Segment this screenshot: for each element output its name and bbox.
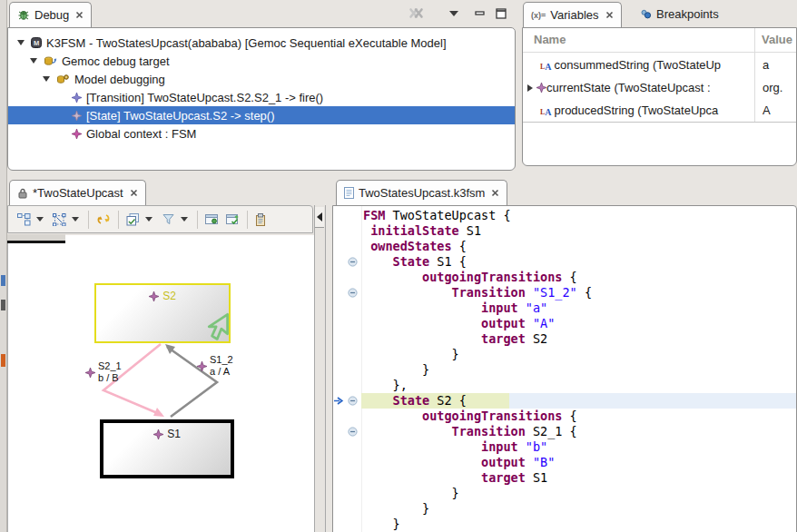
tree-row[interactable]: Model debugging [8,70,515,88]
tree-row[interactable]: Gemoc debug target [8,52,515,70]
code-line[interactable]: outgoingTransitions { [333,409,796,424]
variable-row[interactable]: LAproducedString (TwoStateUpcaA [524,99,795,122]
code-line[interactable]: } [333,486,796,501]
code-line[interactable]: ownedStates { [333,239,796,254]
transition-label-s2-1[interactable]: S2_1 b / B [85,360,122,384]
arrange-icon[interactable] [17,213,31,226]
code-line-text[interactable]: target S2 [361,331,796,347]
dropdown-arrow-icon[interactable] [72,217,79,222]
code-line[interactable]: input "b" [333,439,796,455]
align-icon[interactable] [53,213,66,226]
eclipse-window: Debug MK3FSM - TwoStatesUpcast(abababa) … [0,0,797,532]
dropdown-arrow-icon[interactable] [181,217,188,222]
maximize-icon[interactable] [496,8,507,19]
code-line-text[interactable]: } [361,486,796,501]
code-line[interactable]: State S2 { [333,393,796,409]
code-line[interactable]: Transition "S1_2" { [333,285,796,300]
code-line[interactable]: output "B" [333,455,796,470]
code-line-text[interactable]: output "B" [361,455,796,470]
tab-variables[interactable]: (x)= Variables [523,2,622,27]
expander-down-icon[interactable] [17,40,25,45]
code-line[interactable]: target S2 [333,331,796,347]
code-area[interactable]: FSM TwoStateUpcast { initialState S1 own… [332,205,797,532]
code-line[interactable]: } [333,347,796,362]
tab-k3fsm-file[interactable]: TwoStatesUpcast.k3fsm [336,180,507,205]
code-line-text[interactable]: State S2 { [361,393,796,409]
tree-row[interactable]: MK3FSM - TwoStatesUpcast(abababa) [Gemoc… [8,34,515,52]
filter-icon[interactable] [162,213,175,225]
code-line[interactable]: initialState S1 [333,223,796,239]
code-line-text[interactable]: State S1 { [361,254,796,270]
minimize-icon[interactable] [475,8,485,18]
refresh-icon[interactable] [96,213,111,225]
variable-row[interactable]: currentState (TwoStateUpcast :org. [524,76,795,99]
fold-collapse-icon[interactable] [348,254,361,270]
code-line[interactable]: outgoingTransitions { [333,270,796,285]
code-line-text[interactable]: input "b" [361,439,796,455]
close-icon[interactable] [75,11,84,19]
tab-diagram[interactable]: *TwoStateUpcast [9,180,146,205]
code-line[interactable]: }, [333,378,796,393]
code-line-text[interactable]: } [361,517,796,532]
fold-collapse-icon[interactable] [348,285,361,300]
layers-icon[interactable] [126,213,140,226]
code-line-text[interactable]: initialState S1 [361,223,796,239]
code-line[interactable]: Transition S2_1 { [333,424,796,439]
close-icon[interactable] [491,189,499,197]
code-line[interactable]: output "A" [333,316,796,331]
code-line[interactable]: input "a" [333,300,796,316]
tree-row[interactable]: [State] TwoStateUpcast.S2 -> step() [8,106,515,124]
code-line[interactable]: target S1 [333,470,796,486]
diagram-canvas[interactable]: S2 S1 S2_1 b / B S1_ [7,235,314,532]
detail-pane-divider[interactable] [523,122,796,123]
code-line[interactable]: FSM TwoStateUpcast { [333,208,796,223]
validate-icon[interactable] [226,213,240,225]
trim-icon-sliver[interactable] [1,275,5,286]
close-icon[interactable] [130,189,138,197]
expander-down-icon[interactable] [30,58,37,64]
transition-label-s1-2[interactable]: S1_2 a / A [197,354,233,378]
code-line[interactable]: State S1 { [333,254,796,270]
code-line[interactable]: } [333,517,796,532]
variables-table[interactable]: Name Value LAconsummedString (TwoStateUp… [522,27,797,166]
variable-row[interactable]: LAconsummedString (TwoStateUpa [524,54,795,76]
code-line-text[interactable]: outgoingTransitions { [361,270,796,285]
code-line-text[interactable]: outgoingTransitions { [361,409,796,424]
state-node-s1[interactable]: S1 [100,419,234,478]
tree-row[interactable]: [Transition] TwoStateUpcast.S2.S2_1 -> f… [8,88,515,106]
code-line-text[interactable]: output "A" [361,316,796,331]
close-icon[interactable] [605,11,614,19]
palette-collapse-button[interactable] [315,207,324,228]
expander-down-icon[interactable] [43,76,50,82]
code-line-text[interactable]: target S1 [361,470,796,486]
code-line-text[interactable]: input "a" [361,300,796,316]
code-line-text[interactable]: ownedStates { [361,239,796,254]
trim-icon-sliver[interactable] [1,354,5,367]
code-line-text[interactable]: } [361,347,796,362]
code-line-text[interactable]: } [361,501,796,517]
tab-breakpoints[interactable]: Breakpoints [633,2,726,26]
snapshot-icon[interactable] [205,213,219,225]
dropdown-arrow-icon[interactable] [36,217,44,222]
debug-tree[interactable]: MK3FSM - TwoStatesUpcast(abababa) [Gemoc… [7,27,516,171]
code-line-text[interactable]: FSM TwoStateUpcast { [361,208,796,223]
column-header-value[interactable]: Value [762,33,792,46]
view-menu-icon[interactable] [449,11,458,16]
code-line-text[interactable]: }, [361,378,796,393]
trim-icon-sliver[interactable] [1,300,5,310]
code-line-text[interactable]: } [361,362,796,378]
column-header-name[interactable]: Name [534,33,566,46]
code-line-text[interactable]: Transition S2_1 { [361,424,796,439]
code-line[interactable]: } [333,501,796,517]
toolbar-separator [247,211,248,229]
expander-right-icon[interactable] [527,84,533,92]
clipboard-icon[interactable] [255,213,266,226]
selection-cursor-icon [201,312,230,343]
fold-collapse-icon[interactable] [348,424,361,439]
tab-debug[interactable]: Debug [9,2,92,27]
tree-row[interactable]: Global context : FSM [8,124,515,143]
fold-collapse-icon[interactable] [348,393,361,409]
dropdown-arrow-icon[interactable] [145,217,153,222]
code-line-text[interactable]: Transition "S1_2" { [361,285,796,300]
code-line[interactable]: } [333,362,796,378]
